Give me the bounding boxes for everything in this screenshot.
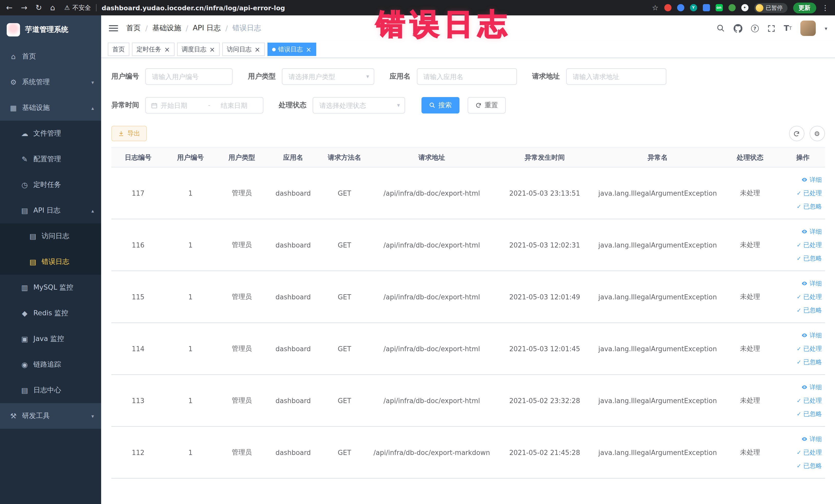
user-type-select-input[interactable] [282, 68, 374, 85]
breadcrumb-item[interactable]: API 日志 [193, 24, 221, 33]
sidebar-toggle[interactable] [109, 25, 118, 31]
export-button[interactable]: 导出 [111, 126, 147, 141]
extension-icon[interactable]: Y [690, 4, 697, 11]
sidebar-item-home[interactable]: ⌂首页 [0, 44, 101, 69]
font-size-icon[interactable]: TT [784, 24, 792, 33]
detail-link[interactable]: 详细 [783, 225, 822, 238]
address-bar[interactable]: ⚠ 不安全 dashboard.yudao.iocoder.cn/infra/l… [64, 3, 652, 12]
extension-icon[interactable] [677, 4, 684, 11]
detail-link[interactable]: 详细 [783, 173, 822, 186]
processed-link[interactable]: ✓已处理 [783, 290, 822, 303]
update-button[interactable]: 更新 [793, 2, 816, 13]
processed-link[interactable]: ✓已处理 [783, 342, 822, 355]
close-icon[interactable]: × [209, 46, 215, 53]
process-status-cell: 未处理 [719, 375, 781, 426]
tab-label: 访问日志 [227, 45, 251, 54]
breadcrumb-item[interactable]: 基础设施 [152, 24, 181, 33]
detail-link[interactable]: 详细 [783, 277, 822, 290]
app-name-cell: dashboard [267, 219, 319, 271]
processed-link[interactable]: ✓已处理 [783, 186, 822, 200]
clock-icon: ◷ [21, 181, 29, 189]
request-url-input[interactable] [566, 68, 666, 85]
tab-首页[interactable]: 首页 [108, 43, 129, 56]
sidebar-item-infrastructure[interactable]: ▦基础设施▴ [0, 95, 101, 121]
sidebar-item-api-log[interactable]: ▤API 日志▴ [0, 198, 101, 223]
tab-错误日志[interactable]: 错误日志× [267, 43, 316, 56]
tab-调度日志[interactable]: 调度日志× [177, 43, 220, 56]
breadcrumb-separator: / [186, 24, 188, 32]
start-date-input[interactable] [161, 101, 198, 109]
actions-cell: 详细✓已处理✓已忽略 [781, 219, 825, 271]
process-status-select-input[interactable] [313, 97, 405, 114]
paused-badge[interactable]: 已暂停 [754, 3, 787, 13]
exception-time-cell: 2021-05-03 23:13:51 [493, 167, 596, 219]
extension-icon[interactable]: ✦ [741, 4, 748, 11]
user-id-input[interactable] [145, 68, 232, 85]
content: 用户编号 用户类型 ▾ 应用名 请 [101, 58, 835, 504]
sidebar-item-redis-monitor[interactable]: ◆Redis 监控 [0, 300, 101, 326]
actions-cell: 详细✓已处理✓已忽略 [781, 323, 825, 375]
close-icon[interactable]: × [254, 46, 260, 53]
close-icon[interactable]: × [164, 46, 170, 53]
sidebar-item-java-monitor[interactable]: ▣Java 监控 [0, 326, 101, 352]
column-header: 请求地址 [370, 148, 493, 167]
end-date-input[interactable] [221, 101, 258, 109]
search-icon[interactable] [716, 24, 725, 32]
ignored-link[interactable]: ✓已忽略 [783, 200, 822, 213]
sidebar-item-mysql-monitor[interactable]: ▥MySQL 监控 [0, 275, 101, 300]
sidebar-item-error-log[interactable]: ▤错误日志 [0, 249, 101, 275]
avatar[interactable] [801, 21, 816, 36]
sidebar-item-trace[interactable]: ◉链路追踪 [0, 352, 101, 378]
sidebar-item-system-mgmt[interactable]: ⚙系统管理▾ [0, 69, 101, 95]
bookmark-icon[interactable]: ☆ [652, 4, 658, 12]
sidebar-item-dev-tools[interactable]: ⚒研发工具▾ [0, 403, 101, 429]
detail-link[interactable]: 详细 [783, 432, 822, 446]
ignored-link[interactable]: ✓已忽略 [783, 355, 822, 369]
ignored-link[interactable]: ✓已忽略 [783, 407, 822, 421]
fullscreen-icon[interactable] [767, 24, 775, 32]
table-row: 1141管理员dashboardGET/api/infra/db-doc/exp… [111, 323, 825, 375]
ignored-link[interactable]: ✓已忽略 [783, 303, 822, 317]
app-logo[interactable]: 芋道管理系统 [0, 15, 101, 44]
help-icon[interactable]: ? [751, 24, 758, 32]
home-button[interactable]: ⌂ [50, 4, 55, 12]
processed-link[interactable]: ✓已处理 [783, 446, 822, 459]
exception-name-cell: java.lang.IllegalArgumentException [596, 219, 719, 271]
exception-time-range[interactable]: - [145, 97, 263, 114]
github-icon[interactable] [733, 24, 742, 33]
ignored-link[interactable]: ✓已忽略 [783, 459, 822, 472]
sidebar-item-config-mgmt[interactable]: ✎配置管理 [0, 146, 101, 172]
process-status-select[interactable]: ▾ [313, 97, 405, 114]
reset-button[interactable]: 重置 [468, 97, 506, 114]
sidebar-item-log-center[interactable]: ▤日志中心 [0, 378, 101, 403]
detail-link[interactable]: 详细 [783, 381, 822, 394]
extension-icon[interactable] [728, 4, 735, 11]
extension-icon[interactable]: on [715, 4, 722, 11]
refresh-button[interactable] [789, 126, 804, 141]
processed-link[interactable]: ✓已处理 [783, 238, 822, 251]
extension-icon[interactable] [702, 4, 710, 11]
home-icon: ⌂ [9, 53, 18, 61]
browser-menu-icon[interactable]: ⋮ [822, 4, 829, 12]
processed-link[interactable]: ✓已处理 [783, 394, 822, 407]
eye-icon [801, 177, 808, 183]
sidebar-item-access-log[interactable]: ▤访问日志 [0, 223, 101, 249]
detail-link[interactable]: 详细 [783, 329, 822, 342]
column-settings-button[interactable]: ⚙ [809, 126, 825, 141]
close-icon[interactable]: × [306, 46, 311, 53]
user-type-select[interactable]: ▾ [282, 68, 374, 85]
chevron-down-icon[interactable]: ▾ [825, 25, 827, 31]
reload-button[interactable]: ↻ [36, 4, 42, 12]
extension-icon[interactable] [664, 4, 671, 11]
app-name-input[interactable] [416, 68, 517, 85]
check-icon: ✓ [797, 242, 801, 248]
breadcrumb-item[interactable]: 首页 [126, 24, 141, 33]
sidebar-item-scheduled-task[interactable]: ◷定时任务 [0, 172, 101, 198]
sidebar-item-file-mgmt[interactable]: ☁文件管理 [0, 121, 101, 146]
back-button[interactable]: ← [6, 4, 13, 12]
tab-定时任务[interactable]: 定时任务× [132, 43, 175, 56]
tab-访问日志[interactable]: 访问日志× [222, 43, 265, 56]
forward-button[interactable]: → [21, 4, 27, 12]
search-button[interactable]: 搜索 [422, 97, 460, 114]
ignored-link[interactable]: ✓已忽略 [783, 251, 822, 265]
